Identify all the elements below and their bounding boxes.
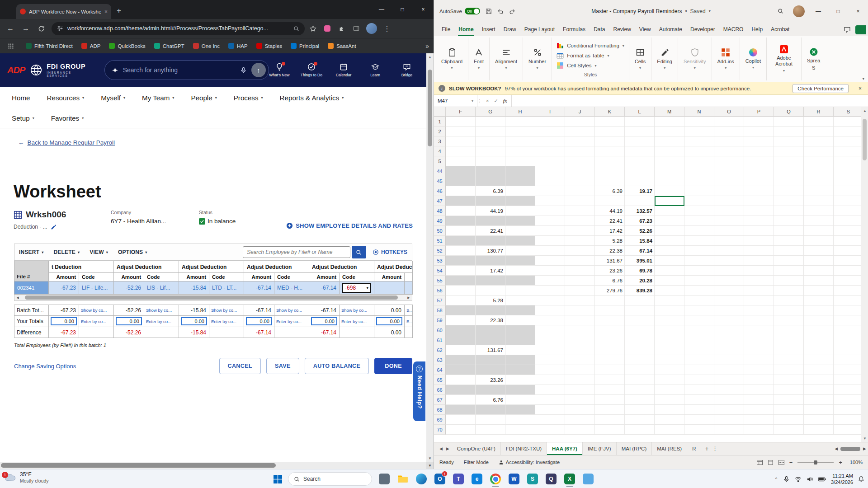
cell-J66[interactable] [565,385,595,395]
cell-R56[interactable] [804,286,834,296]
cell-S68[interactable] [834,405,863,415]
cell-H45[interactable] [505,176,535,186]
cell-P61[interactable] [744,335,774,345]
cell-R4[interactable] [804,146,834,156]
cell-K2[interactable] [595,127,625,136]
cell-N67[interactable] [684,395,714,405]
cell-F58[interactable] [446,305,476,315]
side-panel-icon[interactable] [350,22,363,35]
cell-O55[interactable] [714,276,744,286]
cell-S2[interactable] [834,127,863,136]
wifi-icon[interactable] [795,476,802,483]
cell-F61[interactable] [446,335,476,345]
cell-Q64[interactable] [774,365,804,375]
enter-by-code-link[interactable]: Enter by co... [340,316,374,327]
row-header-50[interactable]: 50 [434,226,446,236]
cell-I60[interactable] [535,325,565,335]
ribbon-tab-draw[interactable]: Draw [500,23,520,36]
cell-F5[interactable] [446,156,476,166]
cell-I61[interactable] [535,335,565,345]
confirm-entry-icon[interactable]: ✓ [494,98,498,104]
cell-H54[interactable] [505,266,535,276]
name-box[interactable]: M47 ▾ [434,95,477,107]
header-action-things-to-do[interactable]: Things to Do [301,63,322,77]
cell-J52[interactable] [565,246,595,256]
show-by-code-link[interactable]: Show by co... [274,305,309,316]
cell-H66[interactable] [505,385,535,395]
cell-R62[interactable] [804,345,834,355]
cell-S44[interactable] [834,166,863,176]
row-header-5[interactable]: 5 [434,156,446,166]
cell-L58[interactable] [625,305,655,315]
cell-I47[interactable] [535,196,565,206]
row-header-46[interactable]: 46 [434,186,446,196]
hotkeys-link[interactable]: HOTKEYS [373,249,407,255]
cell-F60[interactable] [446,325,476,335]
cell-J70[interactable] [565,425,595,435]
cell-O56[interactable] [714,286,744,296]
cell-N65[interactable] [684,375,714,385]
cell-L3[interactable] [625,136,655,146]
show-by-code-link[interactable]: Show by co... [79,305,114,316]
ribbon-tab-developer[interactable]: Developer [686,23,719,36]
cell-O47[interactable] [714,196,744,206]
cell-J53[interactable] [565,256,595,266]
enter-by-code-link[interactable]: E... [405,316,413,327]
cell-S1[interactable] [834,117,863,127]
ribbon-tab-automate[interactable]: Automate [655,23,686,36]
code-dropdown[interactable]: -698▾ [342,283,371,293]
enter-by-code-link[interactable]: Enter by co... [274,316,309,327]
cell-F66[interactable] [446,385,476,395]
cell-I4[interactable] [535,146,565,156]
cell-S50[interactable] [834,226,863,236]
cell-L53[interactable]: 395.01 [625,256,655,266]
cell-N57[interactable] [684,296,714,305]
cell-K53[interactable]: 131.67 [595,256,625,266]
cell-O57[interactable] [714,296,744,305]
global-search-bar[interactable]: Search for anything ↑ [104,60,269,80]
cell-P2[interactable] [744,127,774,136]
cell-R66[interactable] [804,385,834,395]
cell-R54[interactable] [804,266,834,276]
cell-R51[interactable] [804,236,834,246]
need-help-tab[interactable]: ? Need Help? [413,361,425,421]
nav-resources[interactable]: Resources▾ [47,94,85,102]
cell-J55[interactable] [565,276,595,286]
cell-S70[interactable] [834,425,863,435]
cell-R63[interactable] [804,355,834,365]
row-header-67[interactable]: 67 [434,395,446,405]
bookmark-hap[interactable]: HAP [228,43,248,49]
cell-N5[interactable] [684,156,714,166]
cell-S63[interactable] [834,355,863,365]
browser-maximize-button[interactable]: □ [392,0,413,19]
toolbar-options-button[interactable]: OPTIONS▾ [118,249,147,255]
cell-N52[interactable] [684,246,714,256]
scroll-up-icon[interactable]: ▲ [861,107,868,114]
cell-I58[interactable] [535,305,565,315]
cell-S59[interactable] [834,315,863,325]
cell-G47[interactable] [476,196,505,206]
cell-G52[interactable]: 130.77 [476,246,505,256]
cell-Q67[interactable] [774,395,804,405]
new-sheet-button[interactable]: + [701,442,712,455]
cell-S65[interactable] [834,375,863,385]
cell-F52[interactable] [446,246,476,256]
cell-Q59[interactable] [774,315,804,325]
scroll-down-icon[interactable]: ▼ [861,435,868,442]
cell-M51[interactable] [655,236,684,246]
auto-balance-button[interactable]: AUTO BALANCE [305,358,369,374]
sheet-options-icon[interactable]: ⋮ [712,442,718,455]
file-number-cell[interactable]: 002341 [14,282,49,295]
cell-L60[interactable] [625,325,655,335]
ribbon-group-editing[interactable]: Editing ▾ [651,38,678,80]
row-header-47[interactable]: 47 [434,196,446,206]
grid-horizontal-scrollbar[interactable]: ◀ ▶ [14,295,412,301]
cell-I57[interactable] [535,296,565,305]
extensions-puzzle-icon[interactable] [335,22,348,35]
copilot-button[interactable]: Copilot ▾ [740,38,767,80]
scrollbar-thumb[interactable] [25,296,398,300]
your-total-input[interactable]: 0.00 [246,317,272,325]
cell-K49[interactable]: 22.41 [595,216,625,226]
excel-close-button[interactable]: × [848,0,868,22]
cell-S69[interactable] [834,415,863,425]
